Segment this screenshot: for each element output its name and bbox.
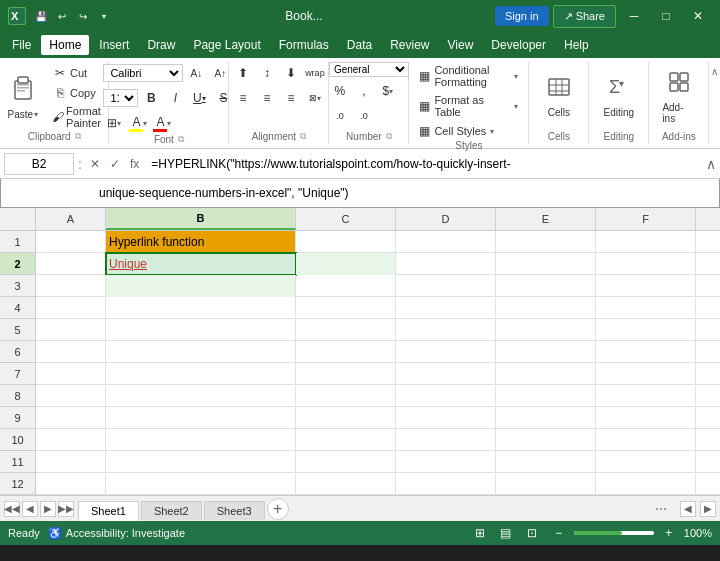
cell-d11[interactable] — [396, 451, 496, 473]
cell-b8[interactable] — [106, 385, 296, 407]
conditional-formatting-button[interactable]: ▦ Conditional Formatting ▾ — [415, 62, 522, 90]
menu-file[interactable]: File — [4, 35, 39, 55]
cell-d4[interactable] — [396, 297, 496, 319]
cell-c10[interactable] — [296, 429, 396, 451]
page-break-view-button[interactable]: ⊡ — [522, 523, 542, 543]
cell-a12[interactable] — [36, 473, 106, 495]
zoom-in-button[interactable]: + — [658, 522, 680, 544]
cell-a2[interactable] — [36, 253, 106, 275]
scroll-left-button[interactable]: ◀ — [680, 501, 696, 517]
comma-btn[interactable]: , — [353, 80, 375, 102]
confirm-formula-icon[interactable]: ✓ — [106, 155, 124, 173]
tab-first-button[interactable]: ◀◀ — [4, 501, 20, 517]
cell-b9[interactable] — [106, 407, 296, 429]
cell-e1[interactable] — [496, 231, 596, 253]
font-size-select[interactable]: 11 — [103, 89, 138, 107]
editing-button[interactable]: Σ ▾ Editing — [597, 70, 642, 123]
cell-c5[interactable] — [296, 319, 396, 341]
cell-g4[interactable] — [696, 297, 720, 319]
menu-home[interactable]: Home — [41, 35, 89, 55]
col-header-g[interactable]: G — [696, 208, 720, 230]
cell-b11[interactable] — [106, 451, 296, 473]
addins-button[interactable]: Add-ins — [655, 65, 702, 129]
bold-button[interactable]: B — [140, 87, 162, 109]
cell-d3[interactable] — [396, 275, 496, 297]
cell-c1[interactable] — [296, 231, 396, 253]
cell-f11[interactable] — [596, 451, 696, 473]
scroll-right-button[interactable]: ▶ — [700, 501, 716, 517]
menu-review[interactable]: Review — [382, 35, 437, 55]
cell-c9[interactable] — [296, 407, 396, 429]
cell-d7[interactable] — [396, 363, 496, 385]
cell-b3[interactable] — [106, 275, 296, 297]
row-num-10[interactable]: 10 — [0, 429, 35, 451]
cell-f3[interactable] — [596, 275, 696, 297]
menu-help[interactable]: Help — [556, 35, 597, 55]
cell-e10[interactable] — [496, 429, 596, 451]
cell-d8[interactable] — [396, 385, 496, 407]
cell-a4[interactable] — [36, 297, 106, 319]
formula-expand-button[interactable]: ∧ — [706, 156, 716, 172]
insert-function-icon[interactable]: fx — [126, 155, 143, 173]
cell-e9[interactable] — [496, 407, 596, 429]
underline-button[interactable]: U▾ — [188, 87, 210, 109]
cell-a1[interactable] — [36, 231, 106, 253]
zoom-out-button[interactable]: − — [548, 522, 570, 544]
font-expand-icon[interactable]: ⧉ — [178, 134, 184, 145]
ribbon-collapse-button[interactable]: ∧ — [709, 66, 720, 77]
cell-e8[interactable] — [496, 385, 596, 407]
row-num-5[interactable]: 5 — [0, 319, 35, 341]
cell-d10[interactable] — [396, 429, 496, 451]
number-format-select[interactable]: General — [329, 62, 409, 77]
cell-c7[interactable] — [296, 363, 396, 385]
italic-button[interactable]: I — [164, 87, 186, 109]
menu-view[interactable]: View — [440, 35, 482, 55]
decrease-decimal-btn[interactable]: .0 — [353, 105, 375, 127]
accessibility-status[interactable]: ♿ Accessibility: Investigate — [48, 527, 185, 540]
zoom-slider[interactable] — [574, 531, 654, 535]
row-num-11[interactable]: 11 — [0, 451, 35, 473]
redo-quick-btn[interactable]: ↪ — [74, 7, 92, 25]
cell-f1[interactable] — [596, 231, 696, 253]
cell-a9[interactable] — [36, 407, 106, 429]
cell-g12[interactable] — [696, 473, 720, 495]
cell-b4[interactable] — [106, 297, 296, 319]
copy-button[interactable]: ⎘ Copy — [49, 84, 108, 102]
currency-btn[interactable]: $▾ — [377, 80, 399, 102]
cell-c4[interactable] — [296, 297, 396, 319]
cell-f6[interactable] — [596, 341, 696, 363]
col-header-f[interactable]: F — [596, 208, 696, 230]
cut-button[interactable]: ✂ Cut — [49, 64, 108, 82]
menu-insert[interactable]: Insert — [91, 35, 137, 55]
cell-b6[interactable] — [106, 341, 296, 363]
align-center-btn[interactable]: ≡ — [256, 87, 278, 109]
save-quick-btn[interactable]: 💾 — [32, 7, 50, 25]
cell-reference-input[interactable] — [4, 153, 74, 175]
font-name-select[interactable]: Calibri — [103, 64, 183, 82]
menu-formulas[interactable]: Formulas — [271, 35, 337, 55]
cell-c6[interactable] — [296, 341, 396, 363]
cell-d12[interactable] — [396, 473, 496, 495]
merge-btn[interactable]: ⊠▾ — [304, 87, 326, 109]
tab-more-button[interactable]: ⋯ — [650, 498, 672, 520]
format-as-table-button[interactable]: ▦ Format as Table ▾ — [415, 92, 522, 120]
cell-b7[interactable] — [106, 363, 296, 385]
cell-d2[interactable] — [396, 253, 496, 275]
cell-e3[interactable] — [496, 275, 596, 297]
number-expand-icon[interactable]: ⧉ — [386, 131, 392, 142]
cell-f8[interactable] — [596, 385, 696, 407]
cell-a3[interactable] — [36, 275, 106, 297]
share-button[interactable]: ↗ Share — [553, 5, 616, 28]
col-header-e[interactable]: E — [496, 208, 596, 230]
cell-d9[interactable] — [396, 407, 496, 429]
borders-button[interactable]: ⊞▾ — [103, 112, 125, 134]
cell-f5[interactable] — [596, 319, 696, 341]
row-num-8[interactable]: 8 — [0, 385, 35, 407]
cell-c2[interactable] — [296, 253, 396, 275]
clipboard-expand-icon[interactable]: ⧉ — [75, 131, 81, 142]
col-header-b[interactable]: B — [106, 208, 296, 230]
cell-e6[interactable] — [496, 341, 596, 363]
cell-f7[interactable] — [596, 363, 696, 385]
cell-b10[interactable] — [106, 429, 296, 451]
cell-c8[interactable] — [296, 385, 396, 407]
